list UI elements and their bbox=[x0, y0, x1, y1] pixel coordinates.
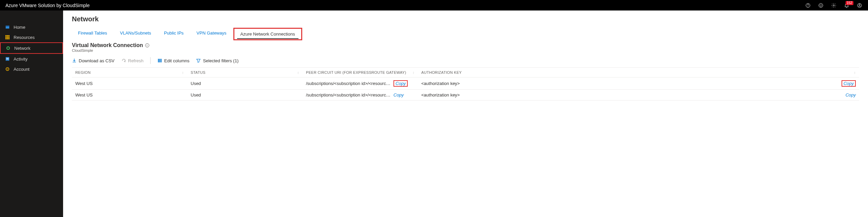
network-icon bbox=[5, 45, 11, 51]
th-key[interactable]: Authorization Key bbox=[418, 68, 526, 77]
svg-rect-12 bbox=[8, 35, 10, 37]
th-status[interactable]: Status ↕ bbox=[187, 68, 303, 77]
table-header: Region ↕ Status ↕ Peer Circuit URI (for … bbox=[72, 68, 859, 78]
svg-rect-15 bbox=[8, 37, 10, 38]
svg-rect-18 bbox=[8, 38, 10, 40]
copy-key-button[interactable]: Copy bbox=[842, 80, 856, 87]
info-icon[interactable]: i bbox=[145, 43, 149, 47]
sidebar: Home Resources Network Activity Account bbox=[0, 10, 63, 217]
peer-uri: /subscriptions/<subscription id>/<resour… bbox=[306, 81, 391, 86]
sidebar-item-home[interactable]: Home bbox=[0, 22, 63, 32]
sidebar-item-label: Network bbox=[14, 46, 31, 51]
resources-icon bbox=[5, 35, 10, 40]
sort-icon: ↕ bbox=[412, 70, 414, 74]
cell-peer: /subscriptions/<subscription id>/<resour… bbox=[303, 78, 418, 89]
sidebar-item-account[interactable]: Account bbox=[0, 64, 63, 74]
account-icon[interactable] bbox=[856, 2, 863, 8]
tab-azure-network-connections[interactable]: Azure Network Connections bbox=[233, 28, 302, 40]
connections-table: Region ↕ Status ↕ Peer Circuit URI (for … bbox=[72, 68, 859, 101]
cell-key: <authorization key> bbox=[418, 78, 526, 89]
auth-key: <authorization key> bbox=[421, 81, 460, 86]
table-row: West US Used /subscriptions/<subscriptio… bbox=[72, 90, 859, 101]
sidebar-item-network[interactable]: Network bbox=[0, 42, 63, 54]
sidebar-item-activity[interactable]: Activity bbox=[0, 54, 63, 64]
refresh-label: Refresh bbox=[128, 58, 144, 63]
svg-rect-27 bbox=[159, 59, 160, 63]
cell-region: West US bbox=[72, 90, 187, 100]
filters-label: Selected filters (1) bbox=[203, 58, 238, 63]
download-label: Download as CSV bbox=[79, 58, 115, 63]
sub-org: CloudSimple bbox=[72, 48, 859, 52]
svg-point-4 bbox=[821, 5, 822, 5]
gear-icon[interactable] bbox=[831, 2, 837, 8]
tab-public-ips[interactable]: Public IPs bbox=[158, 28, 190, 40]
svg-point-2 bbox=[819, 3, 823, 7]
svg-rect-28 bbox=[161, 59, 162, 63]
tab-firewall-tables[interactable]: Firewall Tables bbox=[72, 28, 113, 40]
svg-rect-22 bbox=[6, 58, 9, 58]
sort-icon: ↕ bbox=[854, 70, 859, 74]
content: Network Firewall Tables VLANs/Subnets Pu… bbox=[63, 10, 868, 217]
sub-title-row: Virtual Network Connection i bbox=[72, 42, 859, 48]
sort-icon: ↕ bbox=[297, 70, 299, 74]
topbar-actions: 152 bbox=[805, 2, 863, 8]
cell-status: Used bbox=[187, 78, 303, 89]
cell-key: <authorization key> bbox=[418, 90, 526, 100]
activity-icon bbox=[5, 56, 10, 62]
svg-point-3 bbox=[820, 5, 820, 5]
svg-rect-14 bbox=[7, 37, 8, 38]
account-gear-icon bbox=[5, 66, 10, 72]
copy-key-button[interactable]: Copy bbox=[846, 92, 856, 97]
sub-title: Virtual Network Connection bbox=[72, 42, 143, 48]
sidebar-item-label: Resources bbox=[14, 35, 35, 40]
help-icon[interactable] bbox=[805, 2, 811, 8]
svg-rect-23 bbox=[6, 59, 9, 59]
copy-peer-button[interactable]: Copy bbox=[393, 80, 408, 87]
page-title: Network bbox=[72, 15, 859, 23]
tab-vpn-gateways[interactable]: VPN Gateways bbox=[190, 28, 232, 40]
notifications-icon[interactable]: 152 bbox=[844, 2, 850, 8]
svg-point-20 bbox=[7, 47, 9, 49]
sort-icon: ↕ bbox=[182, 70, 184, 74]
table-row: West US Used /subscriptions/<subscriptio… bbox=[72, 78, 859, 90]
edit-columns-button[interactable]: Edit columns bbox=[157, 58, 189, 63]
sidebar-item-resources[interactable]: Resources bbox=[0, 32, 63, 42]
tab-vlans-subnets[interactable]: VLANs/Subnets bbox=[114, 28, 157, 40]
topbar: Azure VMware Solution by CloudSimple 152 bbox=[0, 0, 868, 10]
svg-rect-17 bbox=[7, 38, 8, 40]
sidebar-item-label: Account bbox=[14, 67, 30, 72]
edit-columns-label: Edit columns bbox=[164, 58, 189, 63]
home-icon bbox=[5, 24, 10, 30]
cell-region: West US bbox=[72, 78, 187, 89]
peer-uri: /subscriptions/<subscription id>/<resour… bbox=[306, 92, 391, 97]
th-peer[interactable]: Peer Circuit URI (for ExpressRoute Gatew… bbox=[303, 68, 418, 77]
svg-point-25 bbox=[7, 69, 8, 70]
svg-point-7 bbox=[859, 4, 860, 5]
sidebar-item-label: Activity bbox=[14, 57, 27, 62]
svg-point-1 bbox=[808, 6, 808, 7]
feedback-icon[interactable] bbox=[818, 2, 824, 8]
copy-peer-button[interactable]: Copy bbox=[393, 92, 404, 97]
notification-badge: 152 bbox=[846, 1, 853, 5]
sidebar-item-label: Home bbox=[14, 25, 25, 30]
cell-peer: /subscriptions/<subscription id>/<resour… bbox=[303, 90, 418, 100]
svg-point-5 bbox=[833, 5, 834, 6]
svg-rect-16 bbox=[5, 38, 7, 40]
svg-rect-11 bbox=[7, 35, 8, 37]
app-title: Azure VMware Solution by CloudSimple bbox=[5, 3, 90, 8]
filters-button[interactable]: Selected filters (1) bbox=[196, 58, 238, 63]
refresh-button[interactable]: Refresh bbox=[121, 58, 144, 63]
cell-status: Used bbox=[187, 90, 303, 100]
svg-rect-10 bbox=[5, 35, 7, 37]
svg-rect-9 bbox=[6, 26, 9, 27]
svg-rect-26 bbox=[158, 59, 159, 63]
svg-rect-13 bbox=[5, 37, 7, 38]
download-csv-button[interactable]: Download as CSV bbox=[72, 58, 115, 63]
th-region[interactable]: Region ↕ bbox=[72, 68, 187, 77]
tabs: Firewall Tables VLANs/Subnets Public IPs… bbox=[72, 28, 859, 40]
toolbar-sep bbox=[150, 57, 151, 64]
toolbar: Download as CSV Refresh Edit columns Sel… bbox=[72, 56, 859, 68]
auth-key: <authorization key> bbox=[421, 92, 460, 97]
